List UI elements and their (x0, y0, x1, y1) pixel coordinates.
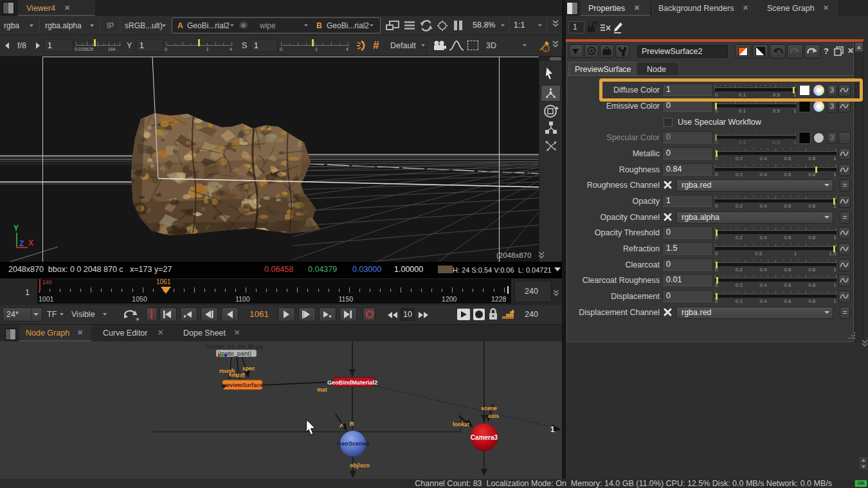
svg-text:GeoScene8: GeoScene8 (337, 440, 370, 447)
svg-text:X: X (28, 239, 33, 248)
svg-text:axis: axis (488, 413, 499, 419)
svg-text:!: ! (545, 46, 547, 52)
svg-text:Z: Z (19, 239, 24, 248)
svg-text:reviewSurface2: reviewSurface2 (224, 382, 266, 388)
svg-text:GeoBindMaterial2: GeoBindMaterial2 (327, 379, 377, 386)
svg-text:Camera3: Camera3 (471, 434, 498, 441)
svg-text:spec: spec (242, 365, 255, 372)
svg-text:scene: scene (481, 405, 497, 411)
svg-text:obj/scn: obj/scn (350, 462, 370, 469)
svg-text:Y: Y (14, 224, 19, 233)
svg-text:1: 1 (550, 425, 555, 434)
svg-text:diff: diff (236, 372, 244, 379)
svg-text:mat: mat (317, 386, 327, 393)
svg-text:boulder_01_dm_8k.jpg: boulder_01_dm_8k.jpg (206, 343, 264, 350)
svg-text:B: B (350, 420, 354, 427)
svg-text:lookat: lookat (453, 421, 469, 428)
svg-text:A: A (339, 422, 344, 429)
